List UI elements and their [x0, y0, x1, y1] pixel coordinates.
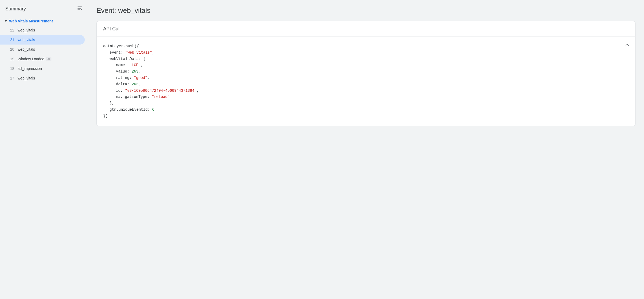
svg-rect-3	[81, 9, 82, 10]
code-line-delta: delta: 263,	[103, 81, 629, 88]
code-line-name: name: "LCP",	[103, 62, 629, 69]
code-line-id: id: "v3-1695806472494-4566944371384",	[103, 88, 629, 94]
item-label-21: web_vitals	[18, 38, 35, 42]
code-line-rating: rating: "good",	[103, 75, 629, 81]
code-line-webvitalsdata: webVitalsData: {	[103, 56, 629, 62]
sidebar-item-18[interactable]: 18 ad_impression	[0, 64, 85, 73]
code-badge-icon: <>	[46, 57, 51, 61]
section-header-web-vitals[interactable]: ▼ Web Vitals Measurement	[0, 17, 88, 25]
sidebar-item-22[interactable]: 22 web_vitals	[0, 25, 85, 35]
sidebar-header: Summary	[0, 5, 88, 17]
item-label-18: ad_impression	[18, 66, 42, 71]
sidebar-item-17[interactable]: 17 web_vitals	[0, 73, 85, 83]
item-number-20: 20	[10, 47, 18, 51]
code-line-1: dataLayer.push({	[103, 43, 629, 50]
section-label: Web Vitals Measurement	[9, 19, 53, 23]
code-line-gtm: gtm.uniqueEventId: 6	[103, 107, 629, 113]
code-line-close-obj: },	[103, 100, 629, 107]
sidebar-item-20[interactable]: 20 web_vitals	[0, 45, 85, 54]
sidebar-title: Summary	[5, 6, 26, 12]
item-label-17: web_vitals	[18, 76, 35, 80]
code-line-close: })	[103, 113, 629, 119]
item-number-17: 17	[10, 76, 18, 80]
item-number-21: 21	[10, 38, 18, 42]
item-label-19: Window Loaded	[18, 57, 44, 61]
sidebar-item-21[interactable]: 21 web_vitals	[0, 35, 85, 45]
filter-icon[interactable]	[77, 5, 83, 13]
api-call-card-header: API Call	[97, 21, 635, 37]
api-call-header-title: API Call	[103, 26, 120, 31]
item-number-18: 18	[10, 66, 18, 71]
item-number-22: 22	[10, 28, 18, 32]
api-call-card-body: dataLayer.push({ event: "web_vitals", we…	[97, 37, 635, 126]
code-block: dataLayer.push({ event: "web_vitals", we…	[103, 43, 629, 119]
code-line-value: value: 263,	[103, 69, 629, 75]
sidebar-item-19[interactable]: 19 Window Loaded <>	[0, 54, 85, 64]
item-label-20: web_vitals	[18, 47, 35, 51]
main-content: Event: web_vitals API Call dataLayer.pus…	[88, 0, 644, 299]
code-line-navigation: navigationType: "reload"	[103, 94, 629, 100]
page-title: Event: web_vitals	[96, 6, 635, 15]
item-number-19: 19	[10, 57, 18, 61]
sidebar: Summary ▼ Web Vitals Measurement 22 web_…	[0, 0, 88, 299]
section-arrow-icon: ▼	[4, 19, 7, 23]
api-call-card: API Call dataLayer.push({ event: "web_vi…	[96, 21, 635, 126]
collapse-button[interactable]	[625, 42, 630, 49]
item-label-22: web_vitals	[18, 28, 35, 32]
code-line-event: event: "web_vitals",	[103, 50, 629, 56]
